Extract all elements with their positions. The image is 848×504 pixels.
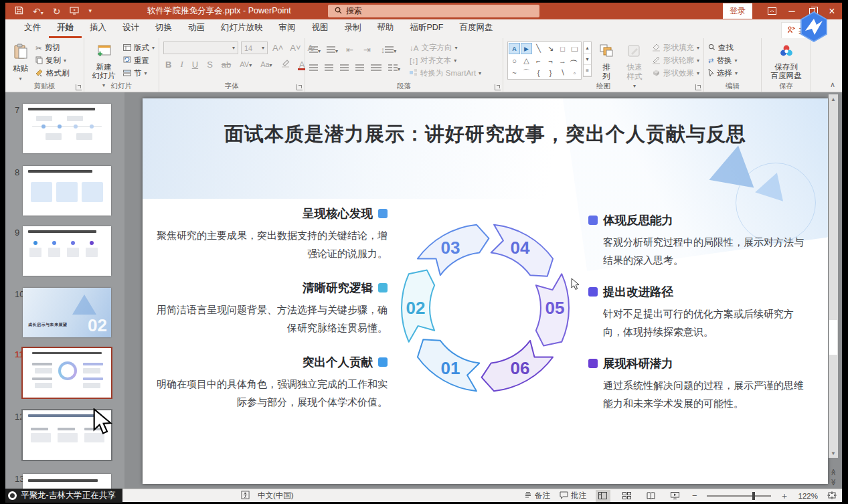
align-left-icon[interactable] xyxy=(309,62,318,74)
reset-button[interactable]: 重置 xyxy=(123,56,155,66)
dialog-launcher-icon[interactable] xyxy=(76,84,82,90)
underline-button[interactable]: U xyxy=(190,60,200,70)
tab-home[interactable]: 开始 xyxy=(49,19,82,38)
scroll-up-icon[interactable]: ▲ xyxy=(831,94,836,104)
find-button[interactable]: 查找 xyxy=(708,43,738,53)
line-spacing-icon[interactable]: ↕▾ xyxy=(379,45,399,55)
triangle-shape-icon[interactable]: △ xyxy=(521,55,532,66)
redo-icon[interactable]: ↻ xyxy=(53,7,61,16)
copy-button[interactable]: 复制 ▾ xyxy=(35,56,70,66)
highlight-color-icon[interactable] xyxy=(279,59,292,70)
save-to-baidu-netdisk-button[interactable]: 保存到百度网盘 xyxy=(768,41,805,82)
increase-font-icon[interactable]: A˄ xyxy=(270,43,285,53)
tab-animations[interactable]: 动画 xyxy=(180,19,213,38)
numbering-icon[interactable]: ▾ xyxy=(327,44,338,56)
slide-title[interactable]: 面试本质是潜力展示：讲好研究故事，突出个人贡献与反思 xyxy=(169,121,801,148)
block-arrow-icon[interactable]: → xyxy=(557,55,568,66)
qat-customize-icon[interactable]: ▾ xyxy=(88,8,92,14)
decrease-font-icon[interactable]: A˅ xyxy=(288,43,303,53)
arrow-shape-icon[interactable]: ↘ xyxy=(545,43,556,54)
search-input[interactable]: 搜索 xyxy=(328,5,539,17)
rounded-rect-shape-icon[interactable]: □ xyxy=(567,43,583,54)
hexagon-bird-logo-icon[interactable] xyxy=(798,11,830,43)
shape-effects-button[interactable]: 形状效果 ▾ xyxy=(652,68,699,78)
current-slide[interactable]: 面试本质是潜力展示：讲好研究故事，突出个人贡献与反思 呈现核心发现 聚焦研究的主… xyxy=(143,98,828,484)
tab-help[interactable]: 帮助 xyxy=(369,19,402,38)
format-painter-button[interactable]: 格式刷 xyxy=(35,68,70,78)
curve-shape-icon[interactable]: ∖ xyxy=(557,67,568,78)
slide-left-column[interactable]: 呈现核心发现 聚焦研究的主要成果，突出数据支持的关键结论，增强论证的说服力。 清… xyxy=(155,205,388,428)
thumbnail-slide-9[interactable] xyxy=(23,226,111,276)
tab-insert[interactable]: 插入 xyxy=(82,19,114,38)
align-right-icon[interactable] xyxy=(340,62,349,74)
italic-button[interactable]: I xyxy=(178,59,185,70)
next-slide-icon[interactable]: ≫ xyxy=(830,479,837,485)
notes-button[interactable]: 备注 xyxy=(524,491,550,501)
elbow-arrow-icon[interactable]: ¬ xyxy=(545,55,556,66)
thumbnail-slide-13[interactable] xyxy=(23,474,111,489)
login-button[interactable]: 登录 xyxy=(723,3,752,19)
replace-button[interactable]: ⇄替换 ▾ xyxy=(708,56,738,66)
zoom-out-icon[interactable]: − xyxy=(692,491,697,501)
tab-review[interactable]: 审阅 xyxy=(271,19,304,38)
scrollbar-thumb[interactable] xyxy=(829,320,837,355)
tab-foxit-pdf[interactable]: 福昕PDF xyxy=(402,19,452,38)
freeform-shape-icon[interactable]: ( xyxy=(569,55,580,66)
thumbnail-slide-7[interactable] xyxy=(23,104,111,153)
select-button[interactable]: 选择 ▾ xyxy=(708,68,738,78)
brace-left-icon[interactable]: { xyxy=(533,67,544,78)
zoom-in-icon[interactable]: ＋ xyxy=(780,490,789,502)
tab-transitions[interactable]: 切换 xyxy=(147,19,180,38)
collapse-ribbon-icon[interactable]: ∧ xyxy=(830,80,835,89)
section-button[interactable]: 节 ▾ xyxy=(123,68,155,78)
tab-slideshow[interactable]: 幻灯片放映 xyxy=(213,19,271,38)
columns-icon[interactable]: ▾ xyxy=(388,62,400,74)
arc-shape-icon[interactable]: ⌒ xyxy=(521,67,532,78)
brace-right-icon[interactable]: } xyxy=(545,67,556,78)
zoom-slider[interactable] xyxy=(707,495,771,497)
vertical-text-box-icon[interactable]: ▶ xyxy=(521,43,532,54)
text-shadow-button[interactable]: S xyxy=(205,60,215,70)
line-shape-icon[interactable]: ╲ xyxy=(533,43,544,54)
comments-button[interactable]: 批注 xyxy=(560,491,586,501)
text-box-icon[interactable]: A xyxy=(509,43,520,54)
ribbon-display-options-icon[interactable] xyxy=(762,3,782,19)
scribble-shape-icon[interactable]: ~ xyxy=(509,67,520,78)
slideshow-view-button[interactable] xyxy=(668,490,683,502)
gallery-more-icon[interactable]: ≡ xyxy=(584,65,591,76)
thumbnail-slide-11-selected[interactable] xyxy=(23,348,111,398)
tab-view[interactable]: 视图 xyxy=(304,19,337,38)
zoom-slider-thumb[interactable] xyxy=(752,492,755,500)
vertical-scrollbar[interactable]: ▲ ▼ xyxy=(829,94,838,458)
gallery-up-icon[interactable]: ▴ xyxy=(584,42,591,54)
scroll-down-icon[interactable]: ▼ xyxy=(831,448,836,458)
language-status[interactable]: 中文(中国) xyxy=(258,491,294,501)
shape-outline-button[interactable]: 形状轮廓 ▾ xyxy=(652,56,699,66)
bold-button[interactable]: B xyxy=(163,60,173,70)
paste-button[interactable]: 粘贴 ▾ xyxy=(9,41,31,84)
oval-shape-icon[interactable]: ○ xyxy=(509,55,520,66)
tab-baidu-netdisk[interactable]: 百度网盘 xyxy=(452,19,501,38)
change-case-button[interactable]: Aa▾ xyxy=(258,60,274,68)
heart-shape-icon[interactable]: ◦ xyxy=(569,67,580,78)
tab-file[interactable]: 文件 xyxy=(16,19,49,38)
font-name-combo[interactable]: ▾ xyxy=(163,41,238,54)
shape-fill-button[interactable]: 形状填充 ▾ xyxy=(652,43,699,53)
cycle-diagram[interactable]: 010203040506 xyxy=(392,212,579,404)
save-icon[interactable] xyxy=(15,6,23,16)
gallery-scroll[interactable]: ▴ ▾ ≡ xyxy=(583,41,592,77)
elbow-connector-icon[interactable]: ⌐ xyxy=(533,55,544,66)
start-slideshow-icon[interactable] xyxy=(70,7,79,16)
convert-smartart-button[interactable]: 转换为 SmartArt ▾ xyxy=(410,68,481,78)
normal-view-button[interactable] xyxy=(596,490,610,502)
slide-right-column[interactable]: 体现反思能力 客观分析研究过程中的局限性，展示对方法与结果的深入思考。 提出改进… xyxy=(588,212,812,427)
thumbnail-slide-10[interactable]: 成长启示与未来展望 02 xyxy=(23,288,111,337)
zoom-level[interactable]: 122% xyxy=(798,492,818,500)
font-size-combo[interactable]: 14▾ xyxy=(241,41,268,54)
align-center-icon[interactable] xyxy=(325,62,333,74)
character-spacing-button[interactable]: AV▾ xyxy=(238,60,254,68)
align-text-button[interactable]: [↕]对齐文本 ▾ xyxy=(410,56,481,66)
dialog-launcher-icon[interactable] xyxy=(296,84,303,90)
layout-button[interactable]: 版式 ▾ xyxy=(123,43,155,53)
tab-record[interactable]: 录制 xyxy=(337,19,369,38)
